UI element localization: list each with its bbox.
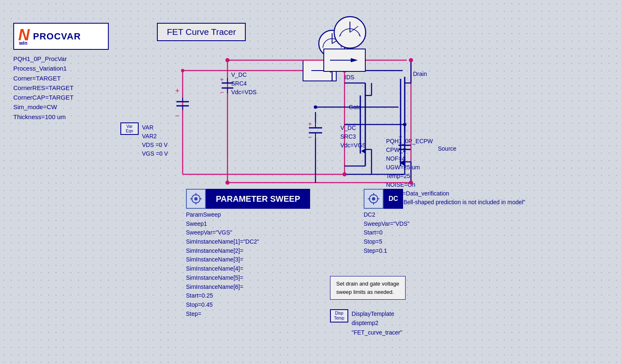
vdc-src3-label: V_DC SRC3 Vdc=VGS [340, 124, 366, 150]
svg-point-20 [403, 123, 406, 126]
info-line2: Process_Variation1 [13, 64, 73, 73]
dc-header-label: DC [384, 189, 403, 209]
logo-box: N win PROCVAR [13, 23, 109, 50]
svg-point-42 [181, 69, 184, 72]
logo-procvar-text: PROCVAR [33, 31, 81, 42]
info-line5: CornerCAP=TARGET [13, 93, 73, 102]
param-sweep-header: PARAMETER SWEEP [206, 189, 310, 209]
info-line3: Corner=TARGET [13, 73, 73, 83]
gate-label: Gate [349, 103, 361, 112]
disp-temp-box: Disp Temp [330, 309, 348, 322]
info-text-block: PQH1_0P_ProcVar Process_Variation1 Corne… [13, 54, 73, 122]
logo-win-text: win [19, 40, 27, 46]
param-sweep-block: PARAMETER SWEEP ParamSweep Sweep1 SweepV… [186, 189, 310, 318]
info-line7: Thickness=100 um [13, 112, 73, 122]
dc-text: DC2 SweepVar="VDS" Start=0 Stop=5 Step=0… [364, 210, 409, 255]
info-line4: CornerRES=TARGET [13, 83, 73, 93]
vdc-src4-label: V_DC SRC4 Vdc=VDS [231, 71, 257, 97]
info-line6: Sim_mode=CW [13, 102, 73, 112]
param-sweep-icon [186, 189, 206, 209]
dc-block: DC DC2 SweepVar="VDS" Start=0 Stop=5 Ste… [364, 189, 409, 255]
svg-point-44 [194, 197, 198, 200]
display-template-block: Disp Temp DisplayTemplate disptemp2 "FET… [330, 309, 402, 337]
svg-point-50 [372, 197, 375, 200]
disp-template-text: DisplayTemplate disptemp2 "FET_curve_tra… [352, 309, 402, 337]
iprobe-label: I_Probe IDS [345, 64, 365, 82]
drain-label: Drain [413, 70, 427, 78]
note-box: Set drain and gate voltage sweep limits … [330, 276, 406, 300]
param-sweep-text: ParamSweep Sweep1 SweepVar="VGS" SimInst… [186, 210, 310, 318]
svg-text:+: + [175, 87, 180, 95]
var-equation-box: Var Eqn [120, 122, 139, 135]
dc-icon [364, 189, 384, 209]
svg-text:−: − [175, 112, 180, 120]
info-line1: PQH1_0P_ProcVar [13, 54, 73, 64]
svg-point-41 [342, 172, 347, 176]
